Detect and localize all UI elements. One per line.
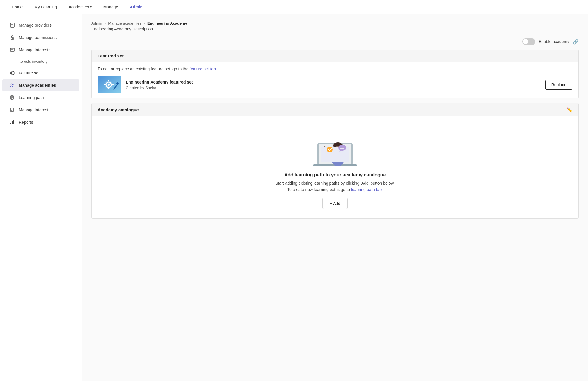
nav-manage[interactable]: Manage: [99, 1, 123, 13]
featured-set-title: Featured set: [98, 53, 124, 58]
featured-thumbnail: [98, 76, 121, 93]
sidebar-label-reports: Reports: [19, 120, 33, 125]
svg-rect-26: [10, 123, 11, 124]
add-button[interactable]: + Add: [322, 198, 348, 209]
edit-icon[interactable]: ✏️: [567, 107, 572, 113]
featured-item-subtitle: Created by Sneha: [126, 86, 541, 90]
nav-admin[interactable]: Admin: [125, 1, 147, 13]
svg-rect-28: [13, 120, 14, 124]
sidebar-item-feature-set[interactable]: Feature set: [2, 67, 79, 79]
svg-rect-33: [108, 80, 109, 81]
enable-academy-toggle[interactable]: [522, 38, 535, 45]
reports-icon: [9, 119, 15, 125]
nav-my-learning[interactable]: My Learning: [30, 1, 61, 13]
manage-academies-icon: [9, 82, 15, 88]
breadcrumb-separator-1: ›: [105, 21, 106, 25]
manage-interests-icon: [9, 47, 15, 53]
sidebar-item-manage-academies[interactable]: Manage academies: [2, 79, 79, 91]
featured-item-title: Engineering Academy featured set: [126, 80, 541, 84]
breadcrumb-current: Engineering Academy: [147, 21, 187, 25]
sidebar-item-learning-path[interactable]: Learning path: [2, 92, 79, 103]
manage-permissions-icon: [9, 35, 15, 40]
academy-catalogue-section: Academy catalogue ✏️: [91, 103, 579, 219]
sidebar-item-reports[interactable]: Reports: [2, 116, 79, 128]
sidebar-item-manage-providers[interactable]: Manage providers: [2, 19, 79, 31]
sidebar-label-manage-interests: Manage Interests: [19, 47, 50, 52]
sidebar-label-feature-set: Feature set: [19, 71, 40, 75]
sidebar-label-manage-permissions: Manage permissions: [19, 35, 57, 40]
sidebar-item-manage-interest[interactable]: Manage Interest: [2, 104, 79, 116]
sidebar-label-learning-path: Learning path: [19, 95, 44, 100]
svg-rect-36: [112, 84, 114, 85]
svg-point-10: [10, 71, 14, 75]
featured-item: Engineering Academy featured set Created…: [98, 76, 572, 93]
replace-button[interactable]: Replace: [545, 80, 572, 90]
academy-catalogue-header: Academy catalogue ✏️: [92, 103, 578, 116]
main-content: Admin › Manage academies › Engineering A…: [82, 14, 588, 381]
main-layout: Manage providers Manage permissions: [0, 14, 588, 381]
sidebar-item-manage-permissions[interactable]: Manage permissions: [2, 32, 79, 43]
featured-info: Engineering Academy featured set Created…: [126, 80, 541, 90]
svg-point-11: [11, 72, 13, 74]
catalogue-empty-description: Start adding existing learning paths by …: [275, 180, 395, 193]
svg-point-17: [13, 84, 14, 85]
sidebar-label-manage-providers: Manage providers: [19, 23, 52, 28]
learning-path-icon: [9, 95, 15, 101]
top-navigation: Home My Learning Academies ▾ Manage Admi…: [0, 0, 588, 14]
sidebar-label-manage-academies: Manage academies: [19, 83, 56, 88]
breadcrumb-manage-academies: Manage academies: [108, 21, 141, 25]
catalogue-empty-title: Add learning path to your academy catalo…: [284, 172, 386, 178]
svg-point-5: [12, 38, 13, 39]
page-subtitle: Engineering Academy Description: [91, 27, 579, 31]
manage-interest-icon: [9, 107, 15, 113]
svg-rect-35: [104, 84, 106, 85]
feature-set-tab-link[interactable]: feature set tab.: [189, 67, 217, 71]
svg-point-56: [327, 147, 333, 152]
feature-set-icon: [9, 70, 15, 76]
academy-catalogue-title: Academy catalogue: [98, 107, 139, 112]
svg-point-32: [108, 84, 110, 86]
svg-point-37: [116, 82, 119, 85]
svg-rect-27: [12, 121, 13, 124]
featured-set-header: Featured set: [92, 50, 578, 62]
svg-point-16: [11, 84, 12, 85]
sidebar-item-manage-interests[interactable]: Manage Interests: [2, 44, 79, 56]
nav-academies[interactable]: Academies ▾: [64, 1, 96, 13]
sidebar-label-interests-inventory: Interests inventory: [16, 59, 47, 64]
featured-set-description: To edit or replace an existing feature s…: [98, 67, 572, 71]
toggle-row: Enable academy 🔗: [91, 38, 579, 45]
sidebar-label-manage-interest: Manage Interest: [19, 108, 48, 112]
link-icon[interactable]: 🔗: [573, 39, 579, 45]
catalogue-body: Add learning path to your academy catalo…: [92, 116, 578, 218]
nav-home[interactable]: Home: [7, 1, 27, 13]
breadcrumb: Admin › Manage academies › Engineering A…: [91, 21, 579, 25]
featured-set-body: To edit or replace an existing feature s…: [92, 62, 578, 98]
sidebar-item-interests-inventory[interactable]: Interests inventory: [2, 56, 79, 67]
breadcrumb-separator-2: ›: [144, 21, 145, 25]
breadcrumb-admin: Admin: [91, 21, 102, 25]
featured-set-section: Featured set To edit or replace an exist…: [91, 50, 579, 98]
svg-point-57: [338, 145, 346, 151]
catalogue-illustration: [309, 125, 361, 166]
toggle-label: Enable academy: [539, 39, 569, 44]
manage-providers-icon: [9, 22, 15, 28]
chevron-down-icon: ▾: [90, 5, 92, 8]
svg-rect-34: [108, 88, 109, 89]
sidebar: Manage providers Manage permissions: [0, 14, 82, 381]
learning-path-tab-link[interactable]: learning path tab.: [351, 187, 383, 192]
